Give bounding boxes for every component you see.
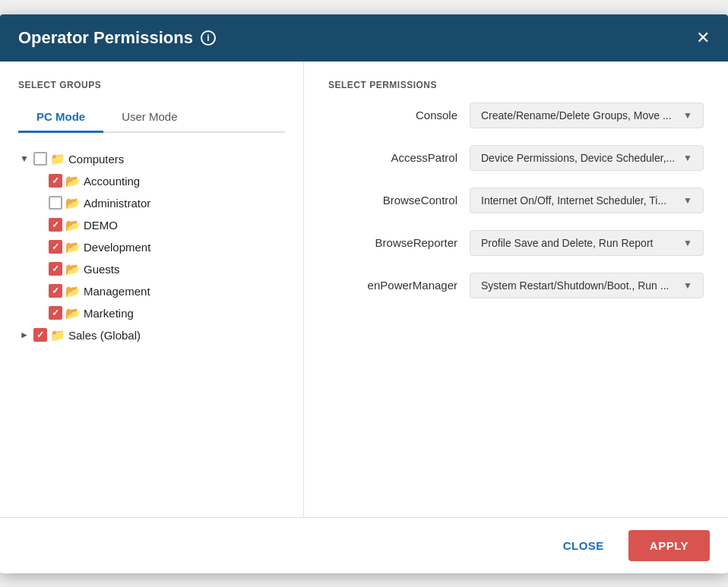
checkbox-sales[interactable] bbox=[33, 328, 47, 342]
select-groups-label: SELECT GROUPS bbox=[18, 80, 285, 90]
perm-label-browse-control: BrowseControl bbox=[328, 194, 457, 207]
label-administrator: Administrator bbox=[84, 197, 150, 210]
chevron-access-patrol: ▼ bbox=[683, 153, 692, 163]
perm-value-en-power-manager: System Restart/Shutdown/Boot., Run ... bbox=[481, 279, 669, 292]
label-management: Management bbox=[84, 285, 150, 298]
tree-item-management: 📂 Management bbox=[33, 280, 285, 302]
perm-label-console: Console bbox=[328, 109, 457, 122]
perm-label-access-patrol: AccessPatrol bbox=[328, 151, 457, 164]
perm-row-access-patrol: AccessPatrol Device Permissions, Device … bbox=[328, 145, 704, 171]
modal-close-button[interactable]: ✕ bbox=[696, 30, 710, 46]
apply-button[interactable]: APPLY bbox=[628, 530, 710, 561]
perm-label-en-power-manager: enPowerManager bbox=[328, 279, 457, 292]
checkbox-administrator[interactable] bbox=[49, 196, 62, 210]
computers-children: 📂 Accounting 📂 Administrator 📂 bbox=[33, 170, 285, 324]
chevron-browse-reporter: ▼ bbox=[683, 238, 692, 248]
expand-computers[interactable]: ▼ bbox=[18, 153, 30, 165]
perm-dropdown-browse-reporter[interactable]: Profile Save and Delete, Run Report ▼ bbox=[470, 230, 704, 256]
perm-value-browse-reporter: Profile Save and Delete, Run Report bbox=[481, 237, 653, 249]
tab-pc-mode[interactable]: PC Mode bbox=[18, 103, 103, 133]
select-permissions-label: SELECT PERMISSIONS bbox=[328, 80, 704, 90]
folder-icon-guests: 📂 bbox=[65, 262, 81, 276]
label-sales: Sales (Global) bbox=[68, 329, 141, 342]
tree-item-accounting: 📂 Accounting bbox=[33, 170, 285, 192]
checkbox-management[interactable] bbox=[49, 284, 62, 298]
folder-icon-development: 📂 bbox=[65, 240, 81, 254]
perm-value-access-patrol: Device Permissions, Device Scheduler,... bbox=[481, 152, 675, 164]
perm-row-browse-reporter: BrowseReporter Profile Save and Delete, … bbox=[328, 230, 704, 256]
modal-header: Operator Permissions i ✕ bbox=[0, 14, 728, 62]
folder-icon-management: 📂 bbox=[65, 284, 81, 298]
right-panel: SELECT PERMISSIONS Console Create/Rename… bbox=[304, 62, 728, 517]
perm-row-browse-control: BrowseControl Internet On/Off, Internet … bbox=[328, 188, 704, 213]
perm-row-en-power-manager: enPowerManager System Restart/Shutdown/B… bbox=[328, 273, 704, 298]
tree-item-sales: ► 📁 Sales (Global) bbox=[18, 324, 285, 346]
tree-item-marketing: 📂 Marketing bbox=[33, 302, 285, 324]
perm-value-browse-control: Internet On/Off, Internet Scheduler, Ti.… bbox=[481, 194, 666, 207]
groups-tree: ▼ 📁 Computers 📂 Accounting bbox=[18, 148, 285, 346]
label-development: Development bbox=[84, 241, 150, 254]
label-marketing: Marketing bbox=[84, 307, 134, 320]
perm-dropdown-console[interactable]: Create/Rename/Delete Groups, Move ... ▼ bbox=[470, 103, 704, 128]
folder-icon-accounting: 📂 bbox=[65, 174, 81, 188]
checkbox-marketing[interactable] bbox=[49, 306, 62, 320]
perm-value-console: Create/Rename/Delete Groups, Move ... bbox=[481, 109, 672, 122]
left-panel: SELECT GROUPS PC Mode User Mode ▼ 📁 Comp… bbox=[0, 62, 304, 517]
label-demo: DEMO bbox=[84, 219, 118, 232]
perm-dropdown-en-power-manager[interactable]: System Restart/Shutdown/Boot., Run ... ▼ bbox=[470, 273, 704, 298]
modal-title: Operator Permissions i bbox=[18, 28, 216, 48]
label-guests: Guests bbox=[84, 263, 120, 276]
tree-item-computers: ▼ 📁 Computers bbox=[18, 148, 285, 170]
perm-row-console: Console Create/Rename/Delete Groups, Mov… bbox=[328, 103, 704, 128]
modal-footer: CLOSE APPLY bbox=[0, 517, 728, 573]
perm-dropdown-access-patrol[interactable]: Device Permissions, Device Scheduler,...… bbox=[470, 145, 704, 171]
title-text: Operator Permissions bbox=[18, 28, 193, 48]
tree-item-guests: 📂 Guests bbox=[33, 258, 285, 280]
tree-item-development: 📂 Development bbox=[33, 236, 285, 258]
tab-user-mode[interactable]: User Mode bbox=[103, 103, 195, 133]
expand-sales[interactable]: ► bbox=[18, 329, 30, 341]
checkbox-accounting[interactable] bbox=[49, 174, 62, 188]
info-icon[interactable]: i bbox=[201, 30, 216, 46]
tree-item-administrator: 📂 Administrator bbox=[33, 192, 285, 214]
checkbox-demo[interactable] bbox=[49, 218, 62, 232]
folder-icon-administrator: 📂 bbox=[65, 196, 81, 210]
label-computers: Computers bbox=[68, 153, 124, 166]
folder-icon-sales: 📁 bbox=[50, 328, 65, 342]
close-button[interactable]: CLOSE bbox=[548, 532, 619, 560]
mode-tabs: PC Mode User Mode bbox=[18, 103, 285, 133]
chevron-en-power-manager: ▼ bbox=[683, 280, 692, 291]
label-accounting: Accounting bbox=[84, 175, 140, 188]
perm-dropdown-browse-control[interactable]: Internet On/Off, Internet Scheduler, Ti.… bbox=[470, 188, 704, 213]
operator-permissions-modal: Operator Permissions i ✕ SELECT GROUPS P… bbox=[0, 14, 728, 573]
tree-item-demo: 📂 DEMO bbox=[33, 214, 285, 236]
chevron-console: ▼ bbox=[683, 110, 692, 121]
folder-icon-marketing: 📂 bbox=[65, 306, 81, 320]
checkbox-guests[interactable] bbox=[49, 262, 62, 276]
modal-body: SELECT GROUPS PC Mode User Mode ▼ 📁 Comp… bbox=[0, 62, 728, 517]
perm-label-browse-reporter: BrowseReporter bbox=[328, 236, 457, 249]
folder-icon-demo: 📂 bbox=[65, 218, 81, 232]
chevron-browse-control: ▼ bbox=[683, 195, 692, 206]
folder-icon-computers: 📁 bbox=[50, 152, 65, 166]
checkbox-development[interactable] bbox=[49, 240, 62, 254]
checkbox-computers[interactable] bbox=[33, 152, 47, 166]
